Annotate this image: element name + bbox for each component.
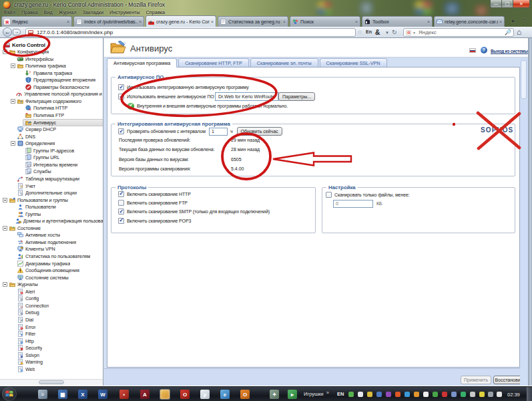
update-interval-input[interactable]: 1 bbox=[209, 128, 228, 136]
taskbar-toolbar-label[interactable]: Игрушки bbox=[304, 391, 323, 397]
russian-flag-icon[interactable] bbox=[469, 48, 476, 53]
tray-icon-9[interactable] bbox=[423, 392, 429, 397]
protocol-checkbox-0[interactable] bbox=[118, 191, 124, 197]
dictionary-addon-icon[interactable]: En bbox=[366, 29, 372, 34]
tree-expander-icon[interactable] bbox=[3, 226, 7, 231]
browser-tab-6[interactable]: relay.gene.concorde-car.r...× bbox=[434, 16, 505, 27]
sidebar-item-группы-url[interactable]: Группы URL bbox=[0, 154, 103, 161]
sidebar-item-пользователи-и-группы[interactable]: Пользователи и группы bbox=[0, 196, 103, 204]
sidebar-item-web[interactable]: Web bbox=[0, 366, 103, 373]
admin-tab-2[interactable]: Сканирование эл. почты bbox=[250, 58, 318, 68]
taskbar-app-x-icon[interactable]: X bbox=[78, 390, 87, 399]
sidebar-item-пользователи[interactable]: Пользователи bbox=[0, 203, 103, 211]
protocol-checkbox-1[interactable] bbox=[118, 200, 124, 206]
forward-button[interactable]: → bbox=[13, 29, 21, 35]
minimize-button[interactable]: — bbox=[490, 0, 502, 8]
home-button[interactable]: ⌂ bbox=[517, 28, 521, 36]
logout-link[interactable]: Выход из системы bbox=[491, 49, 528, 53]
taskbar-app-opera-icon[interactable]: O bbox=[180, 390, 190, 399]
admin-tab-1[interactable]: Сканирование HTTP, FTP bbox=[178, 58, 249, 68]
sidebar-item-сообщения-оповещения[interactable]: Сообщения-оповещения bbox=[0, 267, 103, 274]
new-tab-button[interactable]: + bbox=[507, 17, 519, 26]
admin-tab-3[interactable]: Сканирование SSL-VPN bbox=[320, 58, 387, 68]
protocol-checkbox-2[interactable] bbox=[118, 209, 124, 215]
taskbar-app-tools-icon[interactable]: ≡ bbox=[38, 390, 47, 399]
sidebar-item-dial[interactable]: Dial bbox=[0, 316, 103, 323]
sidebar-item-управление-полосой-пропускания-и-qo[interactable]: Управление полосой пропускания и Qo bbox=[0, 90, 103, 98]
sidebar-item-активные-подключения[interactable]: Активные подключения bbox=[0, 239, 103, 246]
sidebar-item-домены-и-аутентификация-пользователей[interactable]: Домены и аутентификация пользователей bbox=[0, 217, 103, 225]
tab-close-icon[interactable]: × bbox=[498, 19, 502, 24]
sidebar-item-правила-трафика[interactable]: Правила трафика bbox=[0, 70, 103, 77]
tab-close-icon[interactable]: × bbox=[426, 19, 430, 24]
browser-tab-0[interactable]: ЯЯндекс× bbox=[1, 16, 72, 27]
tray-icon-6[interactable] bbox=[395, 392, 401, 397]
sidebar-item-учет[interactable]: Учет bbox=[0, 182, 103, 190]
browser-tab-1[interactable]: Index of /pub/drweb/bas...× bbox=[73, 16, 144, 27]
tray-icon-16[interactable] bbox=[488, 392, 493, 397]
sidebar-item-debug[interactable]: Debug bbox=[0, 309, 103, 316]
magnifier-icon[interactable]: 🔎 bbox=[505, 29, 511, 35]
taskbar-app-tool2-icon[interactable]: ✦ bbox=[270, 390, 279, 399]
taskbar-app-save-icon[interactable]: ▪ bbox=[119, 390, 129, 399]
tray-icon-11[interactable] bbox=[442, 392, 447, 397]
tray-icon-17[interactable] bbox=[497, 392, 502, 397]
url-text[interactable]: 127.0.0.1:4080/admin/index.php bbox=[37, 29, 113, 35]
tray-icon-2[interactable] bbox=[358, 392, 363, 397]
tray-icon-1[interactable] bbox=[348, 392, 354, 397]
sidebar-item-журналы[interactable]: Журналы bbox=[0, 281, 103, 288]
tray-icon-10[interactable] bbox=[433, 392, 438, 397]
taskbar-app-acrobat-icon[interactable]: A bbox=[140, 390, 150, 399]
sidebar-item-диаграммы-трафика[interactable]: Диаграммы трафика bbox=[0, 260, 103, 267]
sidebar-item-warning[interactable]: Warning bbox=[0, 358, 103, 366]
sidebar-item-error[interactable]: Error bbox=[0, 323, 103, 331]
taskbar-app-w-icon[interactable]: W bbox=[98, 390, 107, 399]
tab-close-icon[interactable]: × bbox=[138, 19, 142, 24]
bookmark-star-icon[interactable]: ☆ bbox=[357, 29, 362, 35]
list-all-tabs-button[interactable]: ▽ bbox=[523, 19, 526, 24]
sidebar-item-предотвращение-вторжения[interactable]: Предотвращение вторжения bbox=[0, 76, 103, 84]
vertical-scrollbar-thumb[interactable] bbox=[521, 60, 527, 99]
sidebar-item-определения[interactable]: Определения bbox=[0, 140, 103, 147]
check-updates-checkbox[interactable] bbox=[118, 128, 124, 134]
sidebar-item-filter[interactable]: Filter bbox=[0, 330, 103, 338]
scrollbar-thumb[interactable] bbox=[39, 380, 64, 384]
external-antivirus-checkbox[interactable] bbox=[118, 94, 124, 100]
taskbar-clock[interactable]: 02:39 bbox=[507, 392, 520, 398]
taskbar-app-grid-icon[interactable]: ▦ bbox=[58, 390, 67, 399]
tab-close-icon[interactable]: × bbox=[210, 19, 214, 24]
search-engine-chevron-icon[interactable]: ▼ bbox=[413, 31, 416, 35]
sidebar-item-группы-ip-адресов[interactable]: Группы IP-адресов bbox=[0, 147, 103, 154]
tree-expander-icon[interactable] bbox=[11, 99, 15, 104]
sidebar-item-политика-http[interactable]: Политика HTTP bbox=[0, 104, 103, 112]
browser-tab-3[interactable]: Статистика за geneg.ru [...× bbox=[218, 16, 288, 27]
tab-close-icon[interactable]: × bbox=[282, 19, 286, 24]
taskbar-chevron[interactable]: » bbox=[326, 390, 329, 395]
tray-icon-7[interactable] bbox=[405, 392, 410, 397]
start-button[interactable] bbox=[2, 387, 17, 401]
tray-icon-4[interactable] bbox=[376, 392, 382, 397]
sidebar-item-политика-ftp[interactable]: Политика FTP bbox=[0, 112, 103, 119]
integrated-antivirus-checkbox[interactable] bbox=[118, 84, 124, 90]
tree-expander-icon[interactable] bbox=[3, 49, 7, 54]
apply-button[interactable]: Применить bbox=[461, 376, 491, 384]
sidebar-item-http[interactable]: Http bbox=[0, 338, 103, 345]
sidebar-item-дополнительные-опции[interactable]: Дополнительные опции bbox=[0, 189, 103, 196]
url-bar[interactable]: 127.0.0.1:4080/admin/index.php bbox=[25, 28, 356, 37]
sidebar-item-dns[interactable]: DNS bbox=[0, 133, 103, 140]
sidebar-item-alert[interactable]: Alert bbox=[0, 288, 103, 295]
sidebar-item-sslvpn[interactable]: Sslvpn bbox=[0, 352, 103, 359]
taskbar-app-folder-icon[interactable] bbox=[160, 390, 170, 399]
tree-expander-icon[interactable] bbox=[11, 63, 15, 68]
browser-tab-4[interactable]: Поиск× bbox=[290, 16, 360, 27]
sidebar-horizontal-scrollbar[interactable] bbox=[0, 379, 103, 385]
taskbar-app-utorrent-icon[interactable]: µ bbox=[200, 390, 210, 399]
sidebar-item-фильтрация-содержимого[interactable]: Фильтрация содержимого bbox=[0, 98, 103, 105]
sidebar-item-антивирус[interactable]: Антивирус bbox=[0, 119, 103, 126]
close-button[interactable]: ✕ bbox=[513, 0, 530, 8]
sidebar-item-интервалы-времени[interactable]: Интервалы времени bbox=[0, 161, 103, 168]
tray-icon-3[interactable] bbox=[367, 392, 372, 397]
sidebar-item-клиенты-vpn[interactable]: Клиенты VPN bbox=[0, 245, 103, 253]
scan-size-checkbox[interactable] bbox=[326, 192, 332, 198]
sidebar-item-службы[interactable]: Службы bbox=[0, 168, 103, 175]
